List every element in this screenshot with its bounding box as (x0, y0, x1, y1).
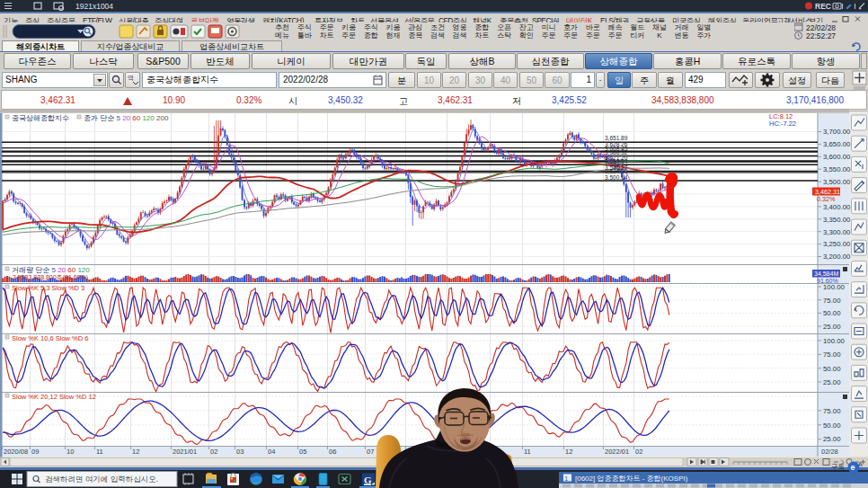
svg-text:거래량 단순 5 20 60 120: 거래량 단순 5 20 60 120 (12, 266, 90, 274)
svg-text:3,700.00: 3,700.00 (823, 128, 851, 136)
svg-text:3,500.00: 3,500.00 (823, 178, 851, 186)
svg-text:3,556.84: 3,556.84 (605, 158, 628, 164)
svg-text:종가 단순 5 20 60 120 200: 종가 단순 5 20 60 120 200 (84, 114, 169, 122)
svg-text:중국상해종합지수: 중국상해종합지수 (12, 114, 69, 122)
svg-text:06: 06 (329, 448, 336, 456)
svg-text:e: e (851, 463, 855, 472)
svg-text:3,500.14: 3,500.14 (605, 174, 628, 181)
svg-text:04: 04 (268, 448, 275, 456)
svg-text:2020/08: 2020/08 (4, 448, 28, 456)
svg-text:10: 10 (66, 448, 74, 456)
svg-text:역: 역 (128, 75, 134, 81)
svg-text:3,651.89: 3,651.89 (605, 135, 628, 141)
svg-text:25.00: 25.00 (823, 435, 841, 443)
svg-text:구독: 구독 (831, 463, 845, 471)
svg-text:3,300.00: 3,300.00 (823, 228, 851, 236)
svg-text:03: 03 (236, 448, 244, 456)
svg-text:02/28: 02/28 (821, 448, 838, 456)
svg-text:05: 05 (299, 448, 306, 456)
svg-text:12: 12 (565, 448, 572, 456)
svg-text:검색하려면 여기에 입력하십시오.: 검색하려면 여기에 입력하십시오. (45, 475, 158, 484)
svg-text:2022/01: 2022/01 (605, 448, 629, 456)
svg-text:02: 02 (635, 448, 642, 456)
svg-text:1: 1 (564, 475, 568, 482)
svg-text:75.00: 75.00 (823, 297, 841, 305)
svg-text:25.00: 25.00 (823, 323, 841, 331)
svg-text:3,200.00: 3,200.00 (823, 253, 851, 261)
svg-text:11: 11 (96, 448, 103, 456)
svg-text:Slow %K 5,3 Slow %D 3: Slow %K 5,3 Slow %D 3 (12, 284, 84, 292)
svg-text:2021/01: 2021/01 (173, 448, 197, 456)
svg-text:[0602] 업종종합차트 - 종합(KOSPI): [0602] 업종종합차트 - 종합(KOSPI) (575, 475, 688, 483)
svg-text:12: 12 (132, 448, 139, 456)
svg-text:34,584M: 34,584M (814, 271, 838, 277)
svg-text:3,600.00: 3,600.00 (823, 153, 851, 161)
svg-text:25.00: 25.00 (823, 378, 841, 386)
svg-text:75.00: 75.00 (823, 350, 841, 359)
svg-text:3,550.00: 3,550.00 (823, 165, 851, 173)
svg-text:HC:-7.22: HC:-7.22 (769, 120, 796, 128)
svg-text:0.32%: 0.32% (817, 195, 836, 203)
svg-text:1921x1004: 1921x1004 (75, 2, 113, 11)
svg-text:Slow %K 20,12 Slow %D 12: Slow %K 20,12 Slow %D 12 (12, 393, 96, 401)
svg-text:100.00: 100.00 (823, 283, 846, 291)
svg-text:100.00: 100.00 (823, 337, 846, 345)
svg-text:Slow %K 10,6 Slow %D 6: Slow %K 10,6 Slow %D 6 (12, 334, 88, 342)
svg-text:3,650.00: 3,650.00 (823, 140, 851, 148)
svg-text:02: 02 (210, 448, 217, 456)
svg-text:50.00: 50.00 (823, 365, 841, 373)
svg-text:3,250.00: 3,250.00 (823, 240, 851, 248)
svg-text:3,400.00: 3,400.00 (823, 203, 851, 211)
svg-text:91.60%: 91.60% (817, 278, 838, 284)
svg-text:50.00: 50.00 (823, 421, 841, 430)
svg-text:09: 09 (31, 448, 39, 456)
svg-text:75.00: 75.00 (823, 407, 841, 415)
svg-text:50.00: 50.00 (823, 309, 841, 317)
svg-text:22:52:27: 22:52:27 (806, 31, 836, 40)
svg-text:REC: REC (815, 2, 831, 11)
svg-text:3,350.00: 3,350.00 (823, 216, 851, 224)
svg-text:34,583,838,800주(91.60%): 34,583,838,800주(91.60%) (13, 274, 88, 281)
